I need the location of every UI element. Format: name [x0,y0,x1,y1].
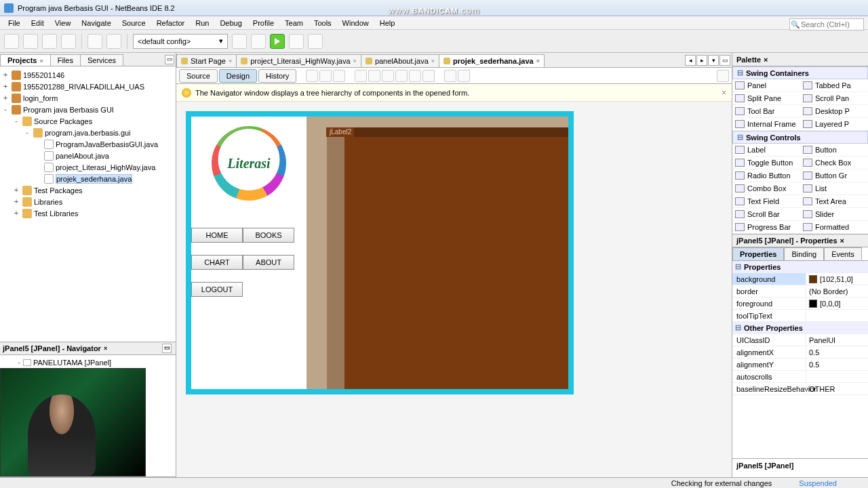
tree-item[interactable]: +1955201288_RIVALFADILLAH_UAS [1,81,174,92]
source-view-button[interactable]: Source [179,69,218,83]
palette-item[interactable]: List [800,182,868,195]
form-button-about[interactable]: ABOUT [243,255,294,270]
editor-nav-button[interactable]: ▸ [696,55,707,66]
design-view-button[interactable]: Design [219,69,257,83]
align-top-icon[interactable] [382,70,394,82]
property-row[interactable]: alignmentX0.5 [732,346,868,359]
close-icon[interactable]: × [722,88,726,98]
preview-icon[interactable] [333,70,345,82]
align-left-icon[interactable] [355,70,367,82]
form-designer[interactable]: HOMEBOOKSCHARTABOUTLOGOUT jLabel2 [176,102,732,477]
editor-tab[interactable]: project_Literasi_HighWay.java× [236,54,361,67]
property-row[interactable]: toolTipText [732,310,868,322]
panel-content[interactable]: jLabel2 [307,117,568,389]
menu-navigate[interactable]: Navigate [76,18,116,28]
palette-item[interactable]: Label [732,144,800,157]
palette-item[interactable]: Desktop P [800,105,868,118]
undo-button[interactable] [87,34,102,49]
properties-table[interactable]: ⊟Properties background[102,51,0]border(N… [732,261,868,458]
redo-button[interactable] [106,34,121,49]
close-icon[interactable]: × [764,56,768,64]
editor-nav-button[interactable]: ◂ [685,55,696,66]
save-all-button[interactable] [61,34,76,49]
close-icon[interactable]: × [104,345,107,352]
jlabel2[interactable]: jLabel2 [327,127,354,137]
property-row[interactable]: baselineResizeBehaviorOTHER [732,383,868,395]
palette-item[interactable]: Button [800,144,868,157]
palette-item[interactable]: Scroll Bar [732,208,800,221]
palette-item[interactable]: Radio Button [732,169,800,182]
menu-run[interactable]: Run [190,18,214,28]
form-button-chart[interactable]: CHART [191,255,243,270]
editor-nav-button[interactable]: ▭ [719,55,730,66]
palette-item[interactable]: Split Pane [732,92,800,105]
tree-item[interactable]: +Libraries [1,196,174,207]
palette-item[interactable]: Scroll Pan [800,92,868,105]
projects-tree[interactable]: +1955201146+1955201288_RIVALFADILLAH_UAS… [0,66,176,342]
menu-source[interactable]: Source [117,18,151,28]
close-icon[interactable]: × [536,58,540,64]
quick-search[interactable]: 🔍 [789,18,864,30]
editor-tab[interactable]: projek_sederhana.java× [439,54,545,67]
close-icon[interactable]: × [229,58,232,64]
tree-item[interactable]: +Test Libraries [1,207,174,219]
palette-item[interactable]: Layered P [800,118,868,131]
center-h-icon[interactable] [409,70,421,82]
profile-button[interactable] [308,34,323,49]
resize-v-icon[interactable] [458,70,470,82]
menu-profile[interactable]: Profile [248,18,279,28]
tree-item[interactable]: ProgramJavaBerbasisGUI.java [1,138,174,150]
resize-h-icon[interactable] [444,70,456,82]
property-row[interactable]: UIClassIDPanelUI [732,334,868,346]
menu-file[interactable]: File [3,18,26,28]
palette-item[interactable]: Slider [800,208,868,221]
palette-item[interactable]: Combo Box [732,182,800,195]
new-file-button[interactable] [4,34,19,49]
align-bottom-icon[interactable] [395,70,408,82]
menu-view[interactable]: View [50,18,77,28]
tab-files[interactable]: Files [50,54,81,66]
palette-section-controls[interactable]: Swing Controls [732,131,868,144]
build-button[interactable] [232,34,247,49]
palette-item[interactable]: Tabbed Pa [800,79,868,92]
palette-item[interactable]: Progress Bar [732,221,800,234]
tab-services[interactable]: Services [80,54,123,66]
panel-menu[interactable]: HOMEBOOKSCHARTABOUTLOGOUT [191,117,307,389]
close-icon[interactable]: × [353,58,357,64]
run-config-dropdown[interactable]: <default config>▾ [133,34,228,49]
tree-item[interactable]: -Program java Berbasis GUI [1,104,174,115]
menu-team[interactable]: Team [279,18,309,28]
palette-section-containers[interactable]: Swing Containers [732,66,868,79]
form-button-home[interactable]: HOME [191,228,243,243]
menu-help[interactable]: Help [374,18,401,28]
clean-build-button[interactable] [251,34,266,49]
menu-window[interactable]: Window [337,18,374,28]
property-row[interactable]: background[102,51,0] [732,273,868,285]
palette-item[interactable]: Text Field [732,195,800,208]
panel-utama[interactable]: HOMEBOOKSCHARTABOUTLOGOUT jLabel2 [186,111,574,394]
palette-item[interactable]: Panel [732,79,800,92]
palette-item[interactable]: Check Box [800,157,868,169]
menu-debug[interactable]: Debug [214,18,247,28]
palette-item[interactable]: Button Gr [800,169,868,182]
align-right-icon[interactable] [368,70,380,82]
close-icon[interactable]: × [431,58,435,64]
navigator-tree[interactable]: -PANELUTAMA [JPanel]-PANELMENU [JPanel]l… [0,355,176,477]
editor-tab[interactable]: panelAbout.java× [361,54,439,67]
tree-item[interactable]: -program.java.berbasis.gui [1,127,174,138]
tree-item[interactable]: projek_sederhana.java [1,173,174,184]
close-icon[interactable]: × [39,58,43,64]
property-row[interactable]: alignmentY0.5 [732,359,868,371]
form-button-logout[interactable]: LOGOUT [191,282,243,297]
palette-item[interactable]: Toggle Button [732,157,800,169]
property-row[interactable]: autoscrolls [732,371,868,383]
tree-item[interactable]: panelAbout.java [1,150,174,161]
debug-button[interactable] [289,34,304,49]
palette-item[interactable]: Text Area [800,195,868,208]
property-row[interactable]: border(No Border) [732,285,868,298]
palette-item[interactable]: Internal Frame [732,118,800,131]
status-suspended[interactable]: Suspended [799,479,837,487]
form-button-books[interactable]: BOOKS [243,228,294,243]
tab-projects[interactable]: Projects× [0,54,51,66]
toggle-toolbar-icon[interactable] [717,70,729,82]
